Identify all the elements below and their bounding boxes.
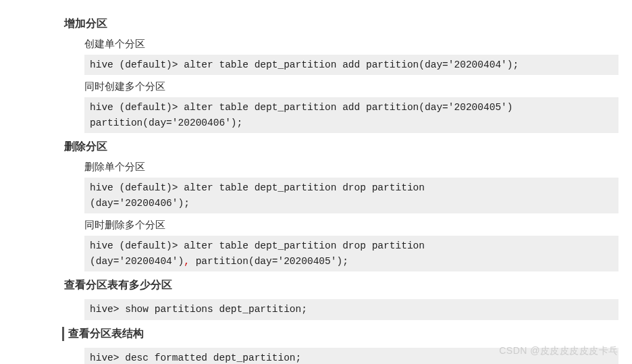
code-drop-multi: hive (default)> alter table dept_partiti… bbox=[84, 236, 618, 271]
code-create-single: hive (default)> alter table dept_partiti… bbox=[84, 55, 618, 75]
subheading-create-multi: 同时创建多个分区 bbox=[84, 80, 625, 93]
heading-drop-partition: 删除分区 bbox=[64, 140, 625, 154]
section-desc-formatted: 查看分区表结构 hive> desc formatted dept_partit… bbox=[7, 327, 625, 364]
code-drop-single: hive (default)> alter table dept_partiti… bbox=[84, 178, 618, 213]
code-create-multi: hive (default)> alter table dept_partiti… bbox=[84, 97, 618, 133]
section-add-partition: 增加分区 创建单个分区 hive (default)> alter table … bbox=[7, 17, 625, 133]
heading-add-partition: 增加分区 bbox=[64, 17, 625, 31]
code-drop-multi-part-b: partition(day='20200405'); bbox=[190, 256, 348, 267]
subheading-create-single: 创建单个分区 bbox=[84, 38, 625, 51]
section-show-partitions: 查看分区表有多少分区 hive> show partitions dept_pa… bbox=[7, 278, 625, 319]
code-show-partitions: hive> show partitions dept_partition; bbox=[84, 299, 618, 319]
subheading-drop-multi: 同时删除多个分区 bbox=[84, 219, 625, 232]
subheading-drop-single: 删除单个分区 bbox=[84, 161, 625, 174]
heading-desc-formatted: 查看分区表结构 bbox=[62, 327, 625, 341]
section-drop-partition: 删除分区 删除单个分区 hive (default)> alter table … bbox=[7, 140, 625, 271]
heading-show-partitions: 查看分区表有多少分区 bbox=[64, 278, 625, 292]
code-comma-highlight: , bbox=[184, 256, 190, 267]
code-desc-formatted: hive> desc formatted dept_partition; bbox=[84, 348, 618, 364]
